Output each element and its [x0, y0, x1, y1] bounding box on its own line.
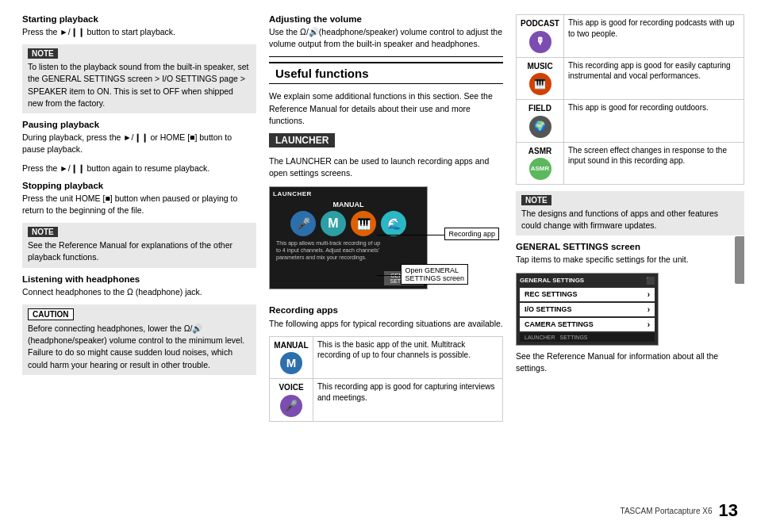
launcher-small-text: This app allows multi-track recording of…	[276, 239, 381, 261]
listening-headphones-section: Listening with headphones Connect headph…	[22, 274, 256, 375]
launcher-display-area: LAUNCHER MANUAL 🎤 M 🎹 🌊 This app allows …	[269, 186, 503, 297]
stopping-playback-section: Stopping playback Press the unit HOME [■…	[22, 181, 256, 268]
pausing-playback-body2: Press the ►/❙❙ button again to resume pl…	[22, 163, 256, 174]
gs-io-settings-label: I/O SETTINGS	[525, 305, 572, 313]
asmr-name-cell: ASMR ASMR	[517, 142, 564, 185]
gs-header-icon: ⬛	[646, 277, 655, 285]
useful-functions-intro: We explain some additional functions in …	[269, 90, 503, 127]
useful-functions-title: Useful functions	[269, 62, 503, 84]
general-settings-intro: Tap items to make specific settings for …	[516, 254, 744, 266]
podcast-name: PODCAST	[521, 18, 559, 29]
recording-apps-title: Recording apps	[269, 305, 503, 315]
launcher-body: The LAUNCHER can be used to launch recor…	[269, 155, 503, 179]
listening-headphones-body: Connect headphones to the Ω (headphone) …	[22, 286, 256, 298]
recording-apps-table: MANUAL M This is the basic app of the un…	[269, 336, 503, 422]
adjusting-volume-body: Use the Ω/🔊(headphone/speaker) volume co…	[269, 26, 503, 50]
page-footer: TASCAM Portacapture X6 13	[621, 500, 738, 521]
asmr-desc: The screen effect changes in response to…	[564, 142, 744, 185]
caution-label: CAUTION	[28, 308, 74, 320]
launcher-screen-wrapper: LAUNCHER MANUAL 🎤 M 🎹 🌊 This app allows …	[269, 186, 428, 297]
callout-settings: Open GENERALSETTINGS screen	[377, 264, 499, 288]
right-column: PODCAST 🎙 This app is good for recording…	[516, 14, 744, 521]
voice-app-name-cell: VOICE 🎤	[270, 379, 313, 422]
recording-apps-intro: The following apps for typical recording…	[269, 318, 503, 330]
general-settings-title: GENERAL SETTINGS screen	[516, 242, 744, 251]
general-settings-section: GENERAL SETTINGS screen Tap items to mak…	[516, 242, 744, 374]
field-desc: This app is good for recording outdoors.	[564, 100, 744, 143]
gs-io-settings-chevron: ›	[647, 305, 650, 314]
voice-icon: 🎤	[280, 395, 302, 417]
field-name: FIELD	[521, 103, 559, 114]
general-settings-footer-text: See the Reference Manual for information…	[516, 350, 744, 374]
brand-label: TASCAM Portacapture X6	[621, 507, 713, 515]
gs-camera-settings-label: CAMERA SETTINGS	[525, 320, 594, 328]
starting-playback-title: Starting playback	[22, 14, 256, 24]
middle-column: Adjusting the volume Use the Ω/🔊(headpho…	[269, 14, 503, 521]
asmr-icon: ASMR	[529, 158, 551, 180]
gs-footer-settings: SETTINGS	[560, 335, 588, 340]
callout-recording-label: Recording app	[444, 228, 499, 240]
pausing-playback-title: Pausing playback	[22, 120, 256, 129]
launcher-icon-mic: 🎤	[290, 211, 316, 236]
recording-apps-section: Recording apps The following apps for ty…	[269, 305, 503, 422]
right-note-label: NOTE	[521, 195, 551, 205]
starting-playback-section: Starting playback Press the ►/❙❙ button …	[22, 14, 256, 113]
section-divider	[269, 56, 503, 57]
note-label-1: NOTE	[28, 48, 58, 59]
callout-recording-app: Recording app	[377, 228, 499, 243]
right-note-text: The designs and functions of apps and ot…	[521, 208, 739, 232]
stopping-playback-title: Stopping playback	[22, 181, 256, 190]
gs-camera-settings-chevron: ›	[647, 320, 650, 329]
manual-app-name: MANUAL	[274, 340, 309, 351]
launcher-screen-header: LAUNCHER	[273, 190, 424, 197]
gs-footer-launcher: LAUNCHER	[525, 335, 555, 340]
manual-icon: M	[280, 352, 302, 374]
launcher-section-label: LAUNCHER	[269, 133, 335, 147]
music-icon: 🎹	[529, 73, 551, 95]
field-name-cell: FIELD 🌍	[517, 100, 564, 143]
left-column: Starting playback Press the ►/❙❙ button …	[22, 14, 256, 521]
pausing-playback-section: Pausing playback During playback, press …	[22, 120, 256, 174]
stopping-playback-note-text: See the Reference Manual for explanation…	[28, 239, 251, 263]
gs-header-text: GENERAL SETTINGS	[520, 277, 584, 284]
gs-rec-settings-chevron: ›	[647, 290, 650, 299]
starting-playback-note: NOTE To listen to the playback sound fro…	[22, 44, 256, 113]
stopping-playback-body: Press the unit HOME [■] button when paus…	[22, 193, 256, 216]
scroll-tab[interactable]	[735, 236, 744, 284]
manual-app-desc: This is the basic app of the unit. Multi…	[313, 336, 503, 379]
starting-playback-body: Press the ►/❙❙ button to start playback.	[22, 26, 256, 38]
pausing-playback-body1: During playback, press the ►/❙❙ or HOME …	[22, 132, 256, 155]
podcast-icon: 🎙	[529, 31, 551, 53]
music-name: MUSIC	[521, 61, 559, 72]
starting-playback-note-text: To listen to the playback sound from the…	[28, 61, 251, 109]
table-row: FIELD 🌍 This app is good for recording o…	[517, 100, 744, 143]
gs-io-settings-row[interactable]: I/O SETTINGS ›	[520, 303, 655, 316]
note-label-2: NOTE	[28, 227, 58, 237]
useful-functions-section: Useful functions We explain some additio…	[269, 62, 503, 127]
voice-app-desc: This recording app is good for capturing…	[313, 379, 503, 422]
launcher-icon-music: 🎹	[351, 211, 376, 236]
launcher-manual-label: MANUAL	[273, 201, 424, 209]
gs-camera-settings-row[interactable]: CAMERA SETTINGS ›	[520, 318, 655, 331]
gs-rec-settings-row[interactable]: REC SETTINGS ›	[520, 288, 655, 301]
launcher-icon-m: M	[321, 211, 346, 236]
music-name-cell: MUSIC 🎹	[517, 57, 564, 100]
podcast-desc: This app is good for recording podcasts …	[564, 15, 744, 58]
page-number: 13	[719, 500, 738, 521]
gs-rec-settings-label: REC SETTINGS	[525, 290, 578, 298]
table-row: VOICE 🎤 This recording app is good for c…	[270, 379, 503, 422]
adjusting-volume-title: Adjusting the volume	[269, 14, 503, 24]
voice-app-name: VOICE	[274, 382, 309, 393]
callouts: Recording app Open GENERALSETTINGS scree…	[377, 228, 499, 288]
adjusting-volume-section: Adjusting the volume Use the Ω/🔊(headpho…	[269, 14, 503, 50]
general-settings-screen: GENERAL SETTINGS ⬛ REC SETTINGS › I/O SE…	[516, 273, 659, 346]
callout-settings-label: Open GENERALSETTINGS screen	[401, 264, 468, 285]
field-icon: 🌍	[529, 116, 551, 138]
table-row: PODCAST 🎙 This app is good for recording…	[517, 15, 744, 58]
listening-headphones-title: Listening with headphones	[22, 274, 256, 284]
stopping-playback-note: NOTE See the Reference Manual for explan…	[22, 223, 256, 267]
gs-footer: LAUNCHER SETTINGS	[520, 333, 655, 342]
caution-text: Before connecting headphones, lower the …	[28, 323, 251, 371]
manual-app-name-cell: MANUAL M	[270, 336, 313, 379]
gs-screen-header: GENERAL SETTINGS ⬛	[520, 277, 655, 285]
